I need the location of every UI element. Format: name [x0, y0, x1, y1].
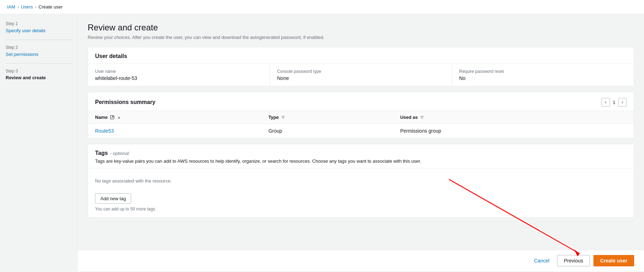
user-detail-row: User name whitelabel-route-53 Console pa… — [88, 64, 634, 86]
step-divider-2 — [6, 63, 72, 64]
col-type[interactable]: Type ▽ — [261, 111, 393, 124]
used-as-sort-icon: ▽ — [421, 115, 423, 119]
user-name-label: User name — [95, 69, 263, 74]
tags-optional-label: - optional — [110, 151, 129, 156]
no-tags-message: No tags associated with the resource. — [95, 174, 627, 188]
page-subtitle: Review your choices. After you create th… — [88, 35, 634, 40]
breadcrumb-sep-2: › — [35, 5, 36, 10]
perm-used-as-cell: Permissions group — [393, 124, 634, 138]
step-3-label: Step 3 — [6, 69, 72, 74]
breadcrumb-iam[interactable]: IAM — [7, 4, 15, 10]
user-details-header: User details — [88, 47, 634, 64]
tags-hint: You can add up to 50 more tags. — [95, 207, 627, 212]
step-divider-1 — [6, 40, 72, 40]
pagination-controls: ‹ 1 › — [602, 98, 627, 106]
type-sort-icon: ▽ — [282, 115, 285, 119]
table-row: Route53 Group Permissions group — [88, 124, 634, 138]
permissions-body: Name ▲ Type ▽ — [88, 111, 634, 138]
step-2-group: Step 2 Set permissions — [6, 45, 72, 57]
pagination-prev-button[interactable]: ‹ — [602, 98, 610, 106]
step-1-group: Step 1 Specify user details — [6, 21, 72, 33]
sidebar-item-set-permissions[interactable]: Set permissions — [6, 52, 38, 57]
user-details-heading: User details — [95, 53, 627, 59]
pagination-current: 1 — [613, 100, 615, 105]
name-sort-icon: ▲ — [117, 115, 121, 119]
breadcrumb-users[interactable]: Users — [21, 4, 33, 10]
page-title: Review and create — [88, 23, 634, 33]
add-new-tag-button[interactable]: Add new tag — [95, 193, 131, 204]
user-name-cell: User name whitelabel-route-53 — [88, 64, 270, 86]
main-content: Review and create Review your choices. A… — [78, 14, 644, 250]
external-link-icon — [110, 115, 114, 119]
previous-button[interactable]: Previous — [557, 255, 590, 266]
perm-type-cell: Group — [261, 124, 393, 138]
breadcrumb-sep-1: › — [17, 5, 19, 10]
permissions-heading: Permissions summary — [95, 99, 156, 105]
sidebar: Step 1 Specify user details Step 2 Set p… — [0, 14, 78, 271]
create-user-button[interactable]: Create user — [593, 255, 634, 266]
step-1-label: Step 1 — [6, 21, 72, 26]
col-used-as[interactable]: Used as ▽ — [393, 111, 634, 124]
footer: Cancel Previous Create user — [78, 250, 644, 271]
console-password-cell: Console password type None — [270, 64, 452, 86]
perm-name-cell: Route53 — [88, 124, 261, 138]
console-password-label: Console password type — [277, 69, 445, 74]
permissions-table: Name ▲ Type ▽ — [88, 111, 634, 138]
sidebar-item-specify-user-details[interactable]: Specify user details — [6, 28, 46, 33]
sidebar-item-review-create: Review and create — [6, 75, 72, 80]
breadcrumb-current: Create user — [39, 4, 63, 10]
step-3-group: Step 3 Review and create — [6, 69, 72, 80]
permissions-table-header-row: Name ▲ Type ▽ — [88, 111, 634, 124]
perm-name-link[interactable]: Route53 — [95, 128, 114, 134]
pagination-next-button[interactable]: › — [618, 98, 627, 106]
tags-card: Tags - optional Tags are key-value pairs… — [88, 144, 634, 218]
cancel-button[interactable]: Cancel — [530, 256, 554, 266]
tags-header: Tags - optional Tags are key-value pairs… — [88, 144, 634, 168]
permissions-summary-card: Permissions summary ‹ 1 › Nam — [88, 92, 634, 138]
tags-body: No tags associated with the resource. Ad… — [88, 168, 634, 217]
tags-title-row: Tags - optional — [95, 150, 627, 156]
require-reset-value: No — [459, 75, 627, 81]
col-name[interactable]: Name ▲ — [88, 111, 261, 124]
breadcrumb: IAM › Users › Create user — [0, 0, 644, 14]
require-reset-label: Require password reset — [459, 69, 627, 74]
tags-description: Tags are key-value pairs you can add to … — [95, 158, 627, 164]
tags-heading: Tags — [95, 150, 108, 156]
layout: Step 1 Specify user details Step 2 Set p… — [0, 14, 644, 271]
require-reset-cell: Require password reset No — [452, 64, 634, 86]
console-password-value: None — [277, 75, 445, 81]
user-details-body: User name whitelabel-route-53 Console pa… — [88, 64, 634, 86]
user-name-value: whitelabel-route-53 — [95, 75, 263, 81]
step-2-label: Step 2 — [6, 45, 72, 50]
permissions-header: Permissions summary ‹ 1 › — [88, 92, 634, 111]
user-details-card: User details User name whitelabel-route-… — [88, 47, 634, 86]
